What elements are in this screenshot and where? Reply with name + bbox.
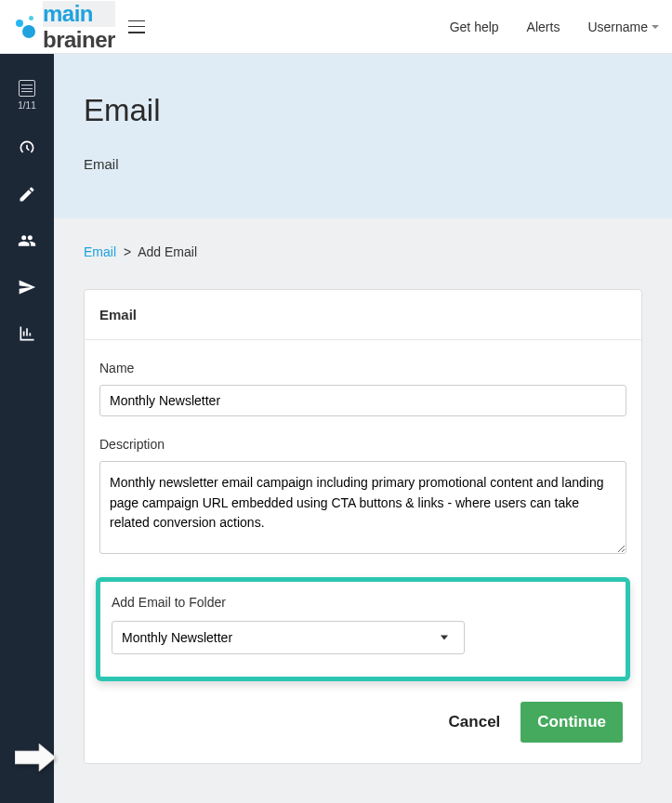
breadcrumb-email-link[interactable]: Email [84, 244, 116, 259]
content-area: Email > Add Email Email Name Description [54, 218, 672, 790]
send-icon[interactable] [18, 278, 36, 296]
chart-icon[interactable] [18, 324, 36, 343]
get-help-link[interactable]: Get help [450, 20, 499, 34]
card-title: Email [85, 290, 641, 340]
email-form-card: Email Name Description Add Email to Fold… [84, 289, 642, 764]
logo-text: mainbrainer [43, 1, 115, 53]
description-label: Description [99, 437, 626, 452]
breadcrumb-separator: > [124, 244, 131, 259]
breadcrumb-current: Add Email [138, 244, 197, 259]
sidebar-step-indicator[interactable]: 1/11 [18, 80, 35, 111]
topbar: mainbrainer Get help Alerts Username [0, 0, 672, 54]
folder-select[interactable]: Monthly Newsletter [112, 621, 465, 654]
sidebar: 1/11 [0, 54, 54, 803]
users-icon[interactable] [18, 231, 36, 250]
page-subtitle: Email [84, 156, 642, 172]
pencil-icon[interactable] [18, 185, 36, 204]
description-textarea[interactable] [99, 461, 626, 554]
top-nav: Get help Alerts Username [450, 20, 659, 34]
step-counter: 1/11 [18, 100, 35, 111]
chevron-down-icon [652, 25, 659, 29]
logo[interactable]: mainbrainer [13, 1, 115, 53]
folder-label: Add Email to Folder [112, 595, 614, 610]
continue-button[interactable]: Continue [520, 702, 623, 743]
list-icon [19, 80, 35, 97]
name-input[interactable] [99, 385, 626, 416]
logo-icon [13, 14, 39, 40]
name-label: Name [99, 361, 626, 375]
page-header: Email Email [54, 54, 672, 218]
cancel-button[interactable]: Cancel [443, 704, 507, 741]
main-content: Email Email Email > Add Email Email Name… [54, 54, 672, 803]
breadcrumb: Email > Add Email [84, 244, 642, 259]
user-dropdown[interactable]: Username [587, 20, 659, 34]
folder-highlight: Add Email to Folder Monthly Newsletter [96, 577, 630, 681]
alerts-link[interactable]: Alerts [527, 20, 560, 34]
username-label: Username [587, 20, 648, 34]
dashboard-icon[interactable] [18, 138, 36, 157]
menu-toggle-icon[interactable] [128, 20, 145, 33]
page-title: Email [84, 93, 642, 128]
